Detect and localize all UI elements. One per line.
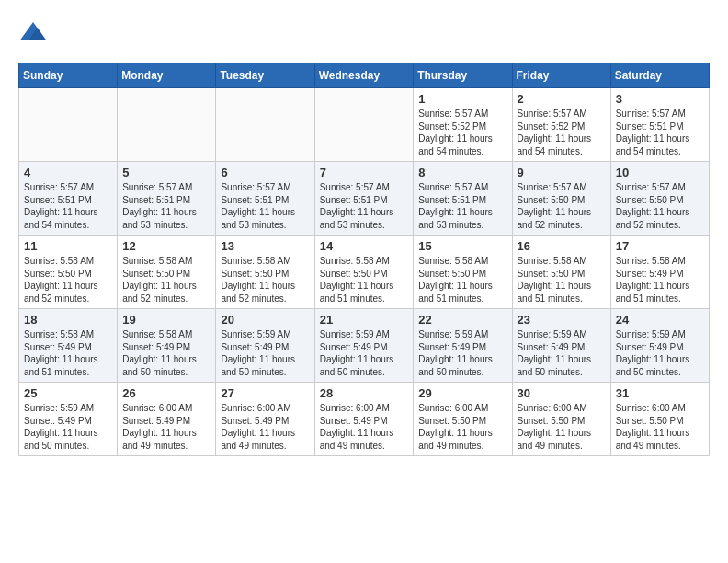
- calendar-day-cell: 14Sunrise: 5:58 AM Sunset: 5:50 PM Dayli…: [314, 236, 414, 309]
- calendar-week-row: 25Sunrise: 5:59 AM Sunset: 5:49 PM Dayli…: [19, 383, 710, 456]
- day-number: 15: [418, 239, 506, 253]
- calendar-day-cell: 5Sunrise: 5:57 AM Sunset: 5:51 PM Daylig…: [118, 162, 216, 236]
- calendar-table: SundayMondayTuesdayWednesdayThursdayFrid…: [18, 63, 710, 456]
- day-number: 10: [616, 166, 704, 179]
- day-number: 22: [418, 313, 506, 327]
- calendar-day-cell: 12Sunrise: 5:58 AM Sunset: 5:50 PM Dayli…: [118, 236, 216, 309]
- calendar-day-cell: 2Sunrise: 5:57 AM Sunset: 5:52 PM Daylig…: [512, 88, 610, 162]
- day-info: Sunrise: 5:57 AM Sunset: 5:51 PM Dayligh…: [616, 108, 704, 157]
- day-info: Sunrise: 5:58 AM Sunset: 5:50 PM Dayligh…: [122, 255, 210, 304]
- calendar-day-cell: 19Sunrise: 5:58 AM Sunset: 5:49 PM Dayli…: [118, 309, 216, 383]
- calendar-day-header: Thursday: [414, 63, 512, 88]
- calendar-day-cell: 29Sunrise: 6:00 AM Sunset: 5:50 PM Dayli…: [414, 383, 512, 456]
- day-info: Sunrise: 5:59 AM Sunset: 5:49 PM Dayligh…: [221, 328, 309, 378]
- day-number: 11: [24, 239, 112, 253]
- day-number: 23: [518, 313, 606, 327]
- day-number: 12: [122, 239, 210, 253]
- day-number: 26: [122, 386, 210, 400]
- day-number: 30: [518, 386, 606, 400]
- day-number: 3: [616, 92, 704, 106]
- day-number: 6: [221, 166, 309, 179]
- calendar-day-cell: 17Sunrise: 5:58 AM Sunset: 5:49 PM Dayli…: [610, 236, 709, 309]
- calendar-day-header: Monday: [118, 63, 216, 88]
- calendar-day-header: Saturday: [610, 63, 709, 88]
- day-info: Sunrise: 6:00 AM Sunset: 5:49 PM Dayligh…: [122, 402, 210, 452]
- day-number: 17: [616, 239, 704, 253]
- calendar-day-cell: 20Sunrise: 5:59 AM Sunset: 5:49 PM Dayli…: [216, 309, 314, 383]
- day-number: 19: [122, 313, 210, 327]
- day-number: 13: [221, 239, 309, 253]
- day-info: Sunrise: 5:58 AM Sunset: 5:50 PM Dayligh…: [418, 255, 506, 304]
- calendar-week-row: 11Sunrise: 5:58 AM Sunset: 5:50 PM Dayli…: [19, 236, 710, 309]
- day-info: Sunrise: 6:00 AM Sunset: 5:49 PM Dayligh…: [320, 402, 409, 452]
- calendar-day-cell: 30Sunrise: 6:00 AM Sunset: 5:50 PM Dayli…: [512, 383, 610, 456]
- day-number: 16: [518, 239, 606, 253]
- day-number: 27: [221, 386, 309, 400]
- page-header: [18, 18, 710, 48]
- calendar-day-cell: [19, 88, 118, 162]
- day-info: Sunrise: 5:59 AM Sunset: 5:49 PM Dayligh…: [24, 402, 112, 452]
- day-info: Sunrise: 5:57 AM Sunset: 5:52 PM Dayligh…: [418, 108, 506, 157]
- calendar-day-cell: 6Sunrise: 5:57 AM Sunset: 5:51 PM Daylig…: [216, 162, 314, 236]
- day-info: Sunrise: 5:59 AM Sunset: 5:49 PM Dayligh…: [320, 328, 409, 378]
- day-info: Sunrise: 5:57 AM Sunset: 5:51 PM Dayligh…: [221, 181, 309, 231]
- calendar-day-cell: 9Sunrise: 5:57 AM Sunset: 5:50 PM Daylig…: [512, 162, 610, 236]
- calendar-day-cell: 24Sunrise: 5:59 AM Sunset: 5:49 PM Dayli…: [610, 309, 709, 383]
- calendar-day-cell: [216, 88, 314, 162]
- calendar-day-cell: 4Sunrise: 5:57 AM Sunset: 5:51 PM Daylig…: [19, 162, 118, 236]
- calendar-day-cell: 16Sunrise: 5:58 AM Sunset: 5:50 PM Dayli…: [512, 236, 610, 309]
- day-info: Sunrise: 6:00 AM Sunset: 5:49 PM Dayligh…: [221, 402, 309, 452]
- calendar-day-cell: [118, 88, 216, 162]
- calendar-day-cell: 8Sunrise: 5:57 AM Sunset: 5:51 PM Daylig…: [414, 162, 512, 236]
- calendar-day-cell: 26Sunrise: 6:00 AM Sunset: 5:49 PM Dayli…: [118, 383, 216, 456]
- day-info: Sunrise: 5:58 AM Sunset: 5:50 PM Dayligh…: [221, 255, 309, 304]
- calendar-day-cell: 23Sunrise: 5:59 AM Sunset: 5:49 PM Dayli…: [512, 309, 610, 383]
- calendar-day-header: Friday: [512, 63, 610, 88]
- calendar-day-cell: 25Sunrise: 5:59 AM Sunset: 5:49 PM Dayli…: [19, 383, 118, 456]
- day-number: 21: [320, 313, 409, 327]
- calendar-week-row: 4Sunrise: 5:57 AM Sunset: 5:51 PM Daylig…: [19, 162, 710, 236]
- day-info: Sunrise: 5:57 AM Sunset: 5:50 PM Dayligh…: [616, 181, 704, 231]
- day-info: Sunrise: 6:00 AM Sunset: 5:50 PM Dayligh…: [518, 402, 606, 452]
- day-info: Sunrise: 5:58 AM Sunset: 5:50 PM Dayligh…: [24, 255, 112, 304]
- day-number: 28: [320, 386, 409, 400]
- day-number: 29: [418, 386, 506, 400]
- calendar-day-cell: 18Sunrise: 5:58 AM Sunset: 5:49 PM Dayli…: [19, 309, 118, 383]
- day-info: Sunrise: 5:57 AM Sunset: 5:51 PM Dayligh…: [122, 181, 210, 231]
- day-number: 18: [24, 313, 112, 327]
- calendar-day-cell: 21Sunrise: 5:59 AM Sunset: 5:49 PM Dayli…: [314, 309, 414, 383]
- calendar-day-cell: 10Sunrise: 5:57 AM Sunset: 5:50 PM Dayli…: [610, 162, 709, 236]
- day-info: Sunrise: 5:59 AM Sunset: 5:49 PM Dayligh…: [418, 328, 506, 378]
- day-number: 24: [616, 313, 704, 327]
- day-info: Sunrise: 5:57 AM Sunset: 5:51 PM Dayligh…: [320, 181, 409, 231]
- calendar-day-header: Wednesday: [314, 63, 414, 88]
- day-info: Sunrise: 5:57 AM Sunset: 5:51 PM Dayligh…: [418, 181, 506, 231]
- day-number: 25: [24, 386, 112, 400]
- day-info: Sunrise: 5:57 AM Sunset: 5:50 PM Dayligh…: [518, 181, 606, 231]
- day-number: 5: [122, 166, 210, 179]
- day-number: 2: [518, 92, 606, 106]
- calendar-day-cell: 13Sunrise: 5:58 AM Sunset: 5:50 PM Dayli…: [216, 236, 314, 309]
- day-info: Sunrise: 5:58 AM Sunset: 5:50 PM Dayligh…: [320, 255, 409, 304]
- day-info: Sunrise: 5:57 AM Sunset: 5:51 PM Dayligh…: [24, 181, 112, 231]
- day-number: 31: [616, 386, 704, 400]
- day-info: Sunrise: 5:57 AM Sunset: 5:52 PM Dayligh…: [518, 108, 606, 157]
- calendar-day-header: Sunday: [19, 63, 118, 88]
- day-number: 20: [221, 313, 309, 327]
- day-number: 14: [320, 239, 409, 253]
- calendar-day-cell: 27Sunrise: 6:00 AM Sunset: 5:49 PM Dayli…: [216, 383, 314, 456]
- day-info: Sunrise: 5:59 AM Sunset: 5:49 PM Dayligh…: [518, 328, 606, 378]
- logo: [18, 18, 51, 48]
- day-number: 1: [418, 92, 506, 106]
- calendar-day-cell: 11Sunrise: 5:58 AM Sunset: 5:50 PM Dayli…: [19, 236, 118, 309]
- day-info: Sunrise: 5:58 AM Sunset: 5:49 PM Dayligh…: [122, 328, 210, 378]
- day-info: Sunrise: 5:58 AM Sunset: 5:49 PM Dayligh…: [616, 255, 704, 304]
- day-info: Sunrise: 5:59 AM Sunset: 5:49 PM Dayligh…: [616, 328, 704, 378]
- day-info: Sunrise: 5:58 AM Sunset: 5:50 PM Dayligh…: [518, 255, 606, 304]
- day-number: 8: [418, 166, 506, 179]
- day-number: 9: [518, 166, 606, 179]
- calendar-day-cell: 15Sunrise: 5:58 AM Sunset: 5:50 PM Dayli…: [414, 236, 512, 309]
- calendar-day-cell: 3Sunrise: 5:57 AM Sunset: 5:51 PM Daylig…: [610, 88, 709, 162]
- calendar-day-cell: [314, 88, 414, 162]
- calendar-week-row: 1Sunrise: 5:57 AM Sunset: 5:52 PM Daylig…: [19, 88, 710, 162]
